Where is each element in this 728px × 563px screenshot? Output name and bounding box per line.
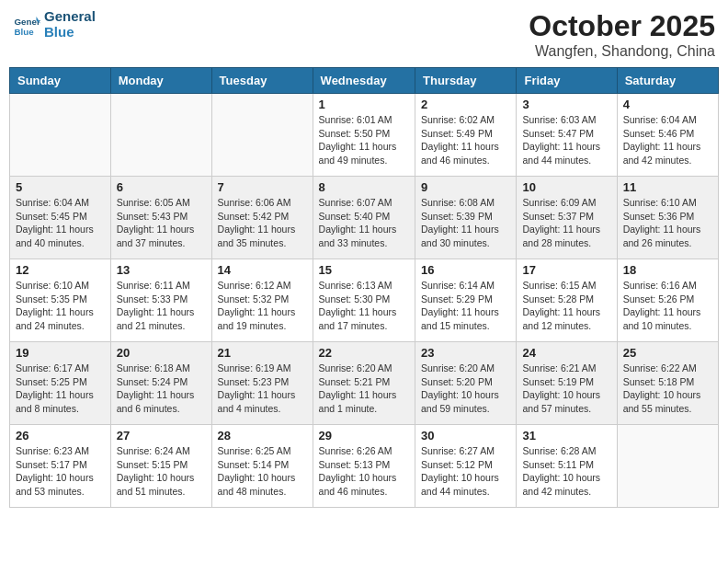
day-number: 17 — [522, 263, 610, 277]
day-number: 8 — [319, 180, 409, 194]
day-number: 1 — [319, 98, 409, 111]
weekday-header-saturday: Saturday — [617, 68, 718, 94]
day-info: Sunrise: 6:07 AM Sunset: 5:40 PM Dayligh… — [319, 196, 409, 250]
calendar-day-22: 22Sunrise: 6:20 AM Sunset: 5:21 PM Dayli… — [313, 342, 415, 425]
calendar-day-10: 10Sunrise: 6:09 AM Sunset: 5:37 PM Dayli… — [517, 177, 617, 259]
calendar-day-26: 26Sunrise: 6:23 AM Sunset: 5:17 PM Dayli… — [10, 425, 111, 508]
calendar-day-30: 30Sunrise: 6:27 AM Sunset: 5:12 PM Dayli… — [415, 425, 517, 508]
calendar-day-19: 19Sunrise: 6:17 AM Sunset: 5:25 PM Dayli… — [10, 342, 111, 425]
day-number: 16 — [421, 263, 510, 277]
calendar-week-row: 5Sunrise: 6:04 AM Sunset: 5:45 PM Daylig… — [10, 177, 719, 259]
calendar-day-13: 13Sunrise: 6:11 AM Sunset: 5:33 PM Dayli… — [110, 259, 211, 342]
day-number: 31 — [522, 429, 610, 442]
calendar-day-4: 4Sunrise: 6:04 AM Sunset: 5:46 PM Daylig… — [617, 94, 718, 177]
day-info: Sunrise: 6:11 AM Sunset: 5:33 PM Dayligh… — [117, 279, 206, 333]
day-info: Sunrise: 6:04 AM Sunset: 5:45 PM Dayligh… — [16, 196, 105, 250]
day-number: 23 — [421, 346, 510, 360]
calendar-table: SundayMondayTuesdayWednesdayThursdayFrid… — [9, 67, 719, 508]
day-info: Sunrise: 6:21 AM Sunset: 5:19 PM Dayligh… — [522, 362, 610, 416]
day-number: 7 — [218, 180, 307, 194]
calendar-day-28: 28Sunrise: 6:25 AM Sunset: 5:14 PM Dayli… — [211, 425, 313, 508]
calendar-day-23: 23Sunrise: 6:20 AM Sunset: 5:20 PM Dayli… — [415, 342, 517, 425]
day-number: 20 — [117, 346, 206, 360]
day-number: 4 — [623, 98, 712, 111]
day-info: Sunrise: 6:01 AM Sunset: 5:50 PM Dayligh… — [319, 113, 409, 167]
day-info: Sunrise: 6:08 AM Sunset: 5:39 PM Dayligh… — [421, 196, 510, 250]
day-number: 15 — [319, 263, 409, 277]
page-header: General Blue General Blue October 2025 W… — [9, 9, 719, 60]
day-info: Sunrise: 6:10 AM Sunset: 5:35 PM Dayligh… — [16, 279, 105, 333]
day-info: Sunrise: 6:24 AM Sunset: 5:15 PM Dayligh… — [117, 444, 206, 499]
calendar-day-empty — [617, 425, 718, 508]
day-info: Sunrise: 6:03 AM Sunset: 5:47 PM Dayligh… — [522, 113, 610, 167]
day-number: 28 — [218, 429, 307, 442]
day-number: 22 — [319, 346, 409, 360]
calendar-day-5: 5Sunrise: 6:04 AM Sunset: 5:45 PM Daylig… — [10, 177, 111, 259]
calendar-day-2: 2Sunrise: 6:02 AM Sunset: 5:49 PM Daylig… — [415, 94, 517, 177]
calendar-day-17: 17Sunrise: 6:15 AM Sunset: 5:28 PM Dayli… — [517, 259, 617, 342]
day-number: 19 — [16, 346, 105, 360]
day-number: 18 — [623, 263, 712, 277]
calendar-week-row: 12Sunrise: 6:10 AM Sunset: 5:35 PM Dayli… — [10, 259, 719, 342]
day-number: 29 — [319, 429, 409, 442]
svg-text:Blue: Blue — [15, 26, 35, 36]
weekday-header-tuesday: Tuesday — [211, 68, 313, 94]
day-number: 14 — [218, 263, 307, 277]
day-number: 9 — [421, 180, 510, 194]
calendar-day-7: 7Sunrise: 6:06 AM Sunset: 5:42 PM Daylig… — [211, 177, 313, 259]
day-number: 24 — [522, 346, 610, 360]
day-info: Sunrise: 6:23 AM Sunset: 5:17 PM Dayligh… — [16, 444, 105, 499]
day-info: Sunrise: 6:18 AM Sunset: 5:24 PM Dayligh… — [117, 362, 206, 416]
logo: General Blue General Blue — [13, 9, 96, 40]
day-number: 12 — [16, 263, 105, 277]
calendar-day-18: 18Sunrise: 6:16 AM Sunset: 5:26 PM Dayli… — [617, 259, 718, 342]
calendar-day-25: 25Sunrise: 6:22 AM Sunset: 5:18 PM Dayli… — [617, 342, 718, 425]
calendar-day-12: 12Sunrise: 6:10 AM Sunset: 5:35 PM Dayli… — [10, 259, 111, 342]
day-number: 10 — [522, 180, 610, 194]
day-info: Sunrise: 6:17 AM Sunset: 5:25 PM Dayligh… — [16, 362, 105, 416]
logo-text-line1: General — [44, 9, 96, 25]
calendar-day-3: 3Sunrise: 6:03 AM Sunset: 5:47 PM Daylig… — [517, 94, 617, 177]
day-info: Sunrise: 6:26 AM Sunset: 5:13 PM Dayligh… — [319, 444, 409, 499]
weekday-header-thursday: Thursday — [415, 68, 517, 94]
calendar-day-24: 24Sunrise: 6:21 AM Sunset: 5:19 PM Dayli… — [517, 342, 617, 425]
day-info: Sunrise: 6:20 AM Sunset: 5:20 PM Dayligh… — [421, 362, 510, 416]
weekday-header-monday: Monday — [110, 68, 211, 94]
calendar-day-8: 8Sunrise: 6:07 AM Sunset: 5:40 PM Daylig… — [313, 177, 415, 259]
day-number: 2 — [421, 98, 510, 111]
weekday-header-sunday: Sunday — [10, 68, 111, 94]
day-number: 13 — [117, 263, 206, 277]
day-number: 5 — [16, 180, 105, 194]
day-info: Sunrise: 6:28 AM Sunset: 5:11 PM Dayligh… — [522, 444, 610, 499]
title-area: October 2025 Wangfen, Shandong, China — [529, 9, 715, 60]
day-number: 27 — [117, 429, 206, 442]
day-info: Sunrise: 6:13 AM Sunset: 5:30 PM Dayligh… — [319, 279, 409, 333]
day-info: Sunrise: 6:22 AM Sunset: 5:18 PM Dayligh… — [623, 362, 712, 416]
calendar-day-31: 31Sunrise: 6:28 AM Sunset: 5:11 PM Dayli… — [517, 425, 617, 508]
calendar-day-empty — [110, 94, 211, 177]
day-number: 26 — [16, 429, 105, 442]
calendar-day-1: 1Sunrise: 6:01 AM Sunset: 5:50 PM Daylig… — [313, 94, 415, 177]
calendar-day-29: 29Sunrise: 6:26 AM Sunset: 5:13 PM Dayli… — [313, 425, 415, 508]
day-number: 11 — [623, 180, 712, 194]
day-info: Sunrise: 6:10 AM Sunset: 5:36 PM Dayligh… — [623, 196, 712, 250]
calendar-day-11: 11Sunrise: 6:10 AM Sunset: 5:36 PM Dayli… — [617, 177, 718, 259]
day-number: 6 — [117, 180, 206, 194]
day-info: Sunrise: 6:14 AM Sunset: 5:29 PM Dayligh… — [421, 279, 510, 333]
calendar-day-9: 9Sunrise: 6:08 AM Sunset: 5:39 PM Daylig… — [415, 177, 517, 259]
weekday-header-wednesday: Wednesday — [313, 68, 415, 94]
day-number: 3 — [522, 98, 610, 111]
day-info: Sunrise: 6:15 AM Sunset: 5:28 PM Dayligh… — [522, 279, 610, 333]
calendar-day-27: 27Sunrise: 6:24 AM Sunset: 5:15 PM Dayli… — [110, 425, 211, 508]
day-info: Sunrise: 6:12 AM Sunset: 5:32 PM Dayligh… — [218, 279, 307, 333]
day-number: 30 — [421, 429, 510, 442]
day-info: Sunrise: 6:05 AM Sunset: 5:43 PM Dayligh… — [117, 196, 206, 250]
location: Wangfen, Shandong, China — [529, 43, 715, 60]
weekday-header-friday: Friday — [517, 68, 617, 94]
calendar-day-21: 21Sunrise: 6:19 AM Sunset: 5:23 PM Dayli… — [211, 342, 313, 425]
month-title: October 2025 — [529, 9, 715, 43]
day-info: Sunrise: 6:19 AM Sunset: 5:23 PM Dayligh… — [218, 362, 307, 416]
calendar-day-14: 14Sunrise: 6:12 AM Sunset: 5:32 PM Dayli… — [211, 259, 313, 342]
day-info: Sunrise: 6:27 AM Sunset: 5:12 PM Dayligh… — [421, 444, 510, 499]
calendar-day-6: 6Sunrise: 6:05 AM Sunset: 5:43 PM Daylig… — [110, 177, 211, 259]
